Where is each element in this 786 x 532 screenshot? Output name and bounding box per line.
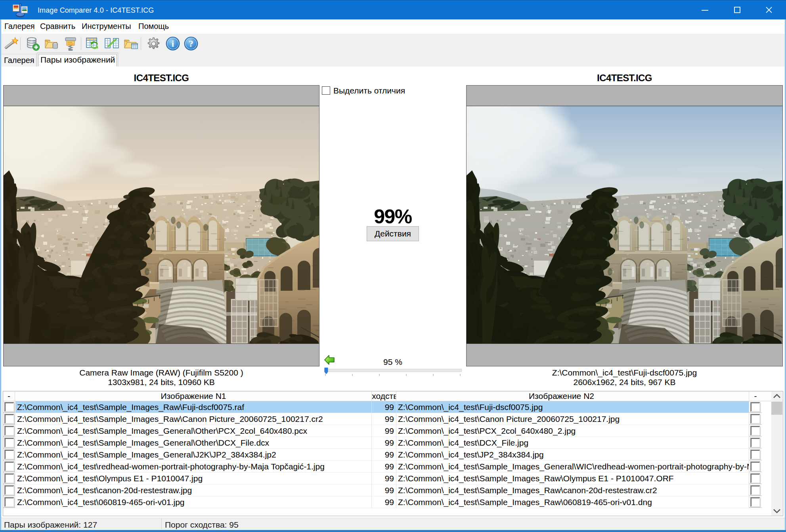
svg-text:i: i: [172, 39, 174, 49]
svg-text:?: ?: [189, 39, 193, 49]
